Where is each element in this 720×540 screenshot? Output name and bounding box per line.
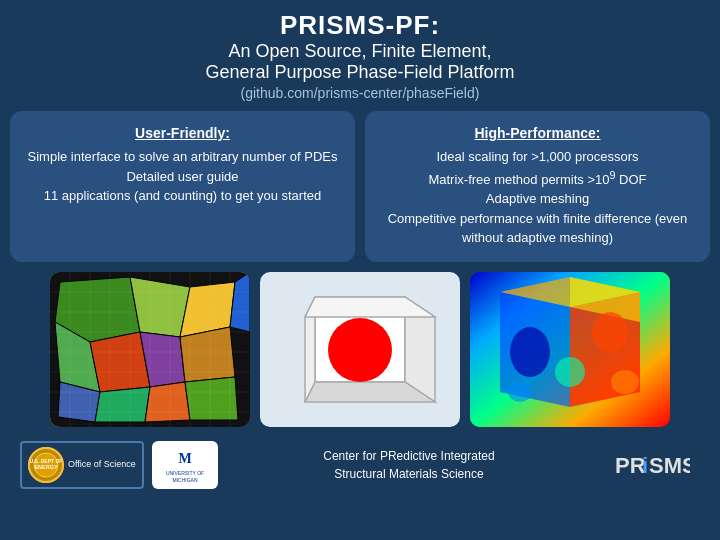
subtitle-line1: An Open Source, Finite Element,	[205, 41, 514, 62]
info-cards: User-Friendly: Simple interface to solve…	[10, 111, 710, 262]
high-performance-card: High-Performance: Ideal scaling for >1,0…	[365, 111, 710, 262]
svg-text:UNIVERSITY OF: UNIVERSITY OF	[166, 470, 204, 476]
svg-point-41	[510, 327, 550, 377]
svg-text:SMS: SMS	[649, 453, 690, 478]
url-text: (github.com/prisms-center/phaseField)	[205, 85, 514, 101]
high-performance-body: Ideal scaling for >1,000 processors Matr…	[381, 147, 694, 248]
svg-point-43	[555, 357, 585, 387]
footer: U.S. DEPT OF ENERGY Office of Science M …	[10, 437, 710, 493]
svg-point-44	[508, 382, 532, 402]
svg-text:MICHIGAN: MICHIGAN	[172, 477, 197, 483]
heat-image	[470, 272, 670, 427]
svg-text:ENERGY: ENERGY	[34, 464, 58, 470]
svg-point-45	[611, 370, 639, 394]
svg-marker-5	[90, 332, 150, 392]
svg-marker-2	[130, 277, 190, 337]
grains-image	[50, 272, 250, 427]
um-badge: M UNIVERSITY OF MICHIGAN	[152, 441, 218, 489]
subtitle-line2: General Purpose Phase-Field Platform	[205, 62, 514, 83]
doe-badge: U.S. DEPT OF ENERGY Office of Science	[20, 441, 144, 489]
center-line1: Center for PRedictive Integrated	[323, 447, 494, 465]
svg-text:i: i	[642, 453, 648, 478]
svg-point-42	[592, 312, 628, 352]
footer-logos: U.S. DEPT OF ENERGY Office of Science M …	[20, 441, 218, 489]
office-science-label: Office of Science	[68, 459, 136, 471]
svg-point-35	[328, 318, 392, 382]
svg-text:M: M	[178, 451, 191, 466]
header: PRISMS-PF: An Open Source, Finite Elemen…	[205, 10, 514, 101]
main-title: PRISMS-PF:	[205, 10, 514, 41]
user-friendly-heading: User-Friendly:	[26, 125, 339, 141]
doe-logo: U.S. DEPT OF ENERGY	[28, 447, 64, 483]
prisms-badge: PR i SMS	[600, 441, 700, 489]
center-line2: Structural Materials Science	[323, 465, 494, 483]
images-row	[10, 272, 710, 427]
high-performance-heading: High-Performance:	[381, 125, 694, 141]
footer-center: Center for PRedictive Integrated Structu…	[323, 447, 494, 483]
user-friendly-body: Simple interface to solve an arbitrary n…	[26, 147, 339, 206]
user-friendly-card: User-Friendly: Simple interface to solve…	[10, 111, 355, 262]
svg-marker-10	[145, 382, 190, 422]
cube-image	[260, 272, 460, 427]
svg-marker-7	[180, 327, 235, 382]
